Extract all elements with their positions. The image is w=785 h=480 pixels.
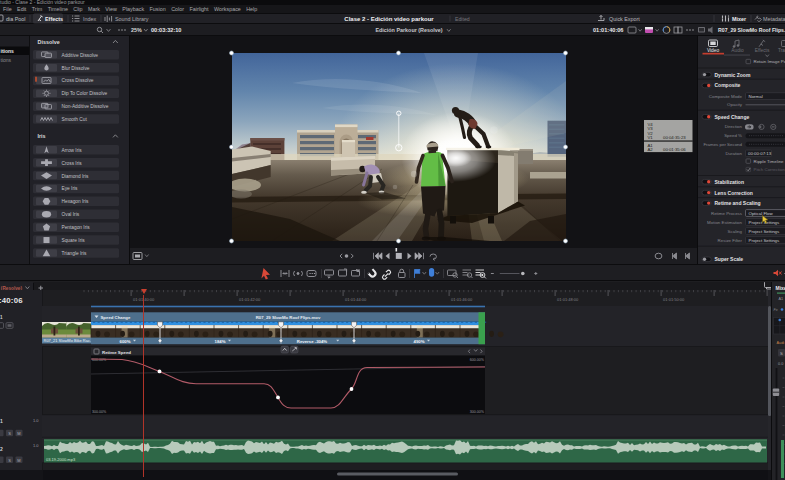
svg-text:Eye Iris: Eye Iris xyxy=(62,186,79,191)
svg-text:600%: 600% xyxy=(120,339,131,344)
svg-text:25%: 25% xyxy=(131,27,142,33)
svg-text:Transi: Transi xyxy=(778,48,785,53)
svg-text:Clase 2 - Edición video parkou: Clase 2 - Edición video parkour xyxy=(344,16,434,22)
svg-text:Hexagon Iris: Hexagon Iris xyxy=(62,199,90,204)
svg-text:Frames per Second: Frames per Second xyxy=(703,142,742,147)
svg-text:01:01:40:06: 01:01:40:06 xyxy=(593,27,623,33)
svg-text:1: 1 xyxy=(0,418,3,424)
svg-text:01:01:48:00: 01:01:48:00 xyxy=(557,297,579,302)
svg-text:Optical Flow: Optical Flow xyxy=(749,211,774,216)
svg-text:Additive Dissolve: Additive Dissolve xyxy=(62,53,99,58)
svg-text:490%: 490% xyxy=(414,339,425,344)
svg-text:Quick Export: Quick Export xyxy=(609,16,640,22)
svg-text:Scaling: Scaling xyxy=(728,229,743,234)
svg-text:A1: A1 xyxy=(779,297,784,301)
svg-text:V1: V1 xyxy=(648,135,654,140)
svg-text:Oval Iris: Oval Iris xyxy=(62,212,80,217)
svg-text:Lens Correction: Lens Correction xyxy=(715,190,753,196)
svg-text:03.19-2000.mp3: 03.19-2000.mp3 xyxy=(46,457,76,462)
svg-text:Retime Process: Retime Process xyxy=(711,211,743,216)
svg-text:Effects: Effects xyxy=(755,48,770,53)
svg-text:Video: Video xyxy=(707,48,720,53)
svg-text:Cross Iris: Cross Iris xyxy=(62,161,83,166)
svg-text:Iris: Iris xyxy=(38,133,46,139)
svg-text:Project Settings: Project Settings xyxy=(749,238,781,243)
svg-text:R07_29 SlowMo Roof Flips.mo: R07_29 SlowMo Roof Flips.mo xyxy=(718,27,785,33)
svg-text:Audi: Audi xyxy=(777,341,785,345)
svg-text:01:01:46:00: 01:01:46:00 xyxy=(451,297,473,302)
svg-text:Index: Index xyxy=(83,16,96,22)
svg-text:01:01:42:00: 01:01:42:00 xyxy=(239,297,261,302)
svg-text:00:04:35:23: 00:04:35:23 xyxy=(663,135,686,140)
svg-text:Sound Library: Sound Library xyxy=(115,16,149,22)
svg-text:Mixer: Mixer xyxy=(732,16,747,22)
svg-text:01:01:44:00: 01:01:44:00 xyxy=(345,297,367,302)
svg-text:Effects: Effects xyxy=(45,16,63,22)
svg-text:00:00:07:13: 00:00:07:13 xyxy=(748,151,772,156)
svg-text:Retime Speed: Retime Speed xyxy=(102,350,131,355)
svg-text:Normal: Normal xyxy=(749,94,763,99)
svg-text:S: S xyxy=(8,431,11,436)
svg-text:Ripple Timeline: Ripple Timeline xyxy=(754,159,785,164)
svg-text:00:03:32:10: 00:03:32:10 xyxy=(151,27,181,33)
svg-text:300.00%: 300.00% xyxy=(92,410,107,414)
svg-text:itions: itions xyxy=(1,48,15,54)
svg-text:600.00%: 600.00% xyxy=(92,358,107,362)
svg-text:Edited: Edited xyxy=(455,16,470,22)
svg-text:184%: 184% xyxy=(215,339,226,344)
svg-text:Retain Image Positi: Retain Image Positi xyxy=(754,59,785,64)
svg-text:Dynamic Zoom: Dynamic Zoom xyxy=(715,72,751,78)
svg-text:01:01:50:00: 01:01:50:00 xyxy=(663,297,685,302)
svg-text:Audio: Audio xyxy=(731,48,744,53)
svg-text:Square Iris: Square Iris xyxy=(62,238,86,243)
svg-text:Stabilization: Stabilization xyxy=(715,179,744,185)
svg-text:1.0: 1.0 xyxy=(33,443,39,448)
svg-text:R07_21 SlowMo Bike Rac...: R07_21 SlowMo Bike Rac... xyxy=(44,338,94,343)
svg-text:S: S xyxy=(8,458,11,463)
svg-text:2: 2 xyxy=(0,446,3,452)
svg-text:Direction: Direction xyxy=(725,124,743,129)
svg-text:Fx: Fx xyxy=(774,308,779,312)
svg-text:Composite Mode: Composite Mode xyxy=(709,94,743,99)
svg-text:Dip To Color Dissolve: Dip To Color Dissolve xyxy=(62,91,108,96)
svg-text:Smooth Cut: Smooth Cut xyxy=(62,117,88,122)
svg-text:dia Pool: dia Pool xyxy=(6,16,25,22)
svg-text:Arrow Iris: Arrow Iris xyxy=(62,148,83,153)
svg-text:Pitch Correction: Pitch Correction xyxy=(754,167,785,172)
svg-text:300.00%: 300.00% xyxy=(470,410,485,414)
svg-text:600.00%: 600.00% xyxy=(470,358,485,362)
svg-text:Retime and Scaling: Retime and Scaling xyxy=(715,200,761,206)
svg-text:Project Settings: Project Settings xyxy=(749,229,781,234)
svg-text:0.0: 0.0 xyxy=(778,362,783,366)
svg-text:A2: A2 xyxy=(648,147,654,152)
svg-text:Speed Change: Speed Change xyxy=(101,315,131,320)
svg-text:Pentagon Iris: Pentagon Iris xyxy=(62,225,91,230)
svg-text:Super Scale: Super Scale xyxy=(715,256,744,262)
svg-text:Blur Dissolve: Blur Dissolve xyxy=(62,66,90,71)
svg-text:S: S xyxy=(780,351,783,356)
svg-text:tions: tions xyxy=(1,57,12,63)
svg-text:Dissolve: Dissolve xyxy=(38,39,60,45)
svg-text:Resize Filter: Resize Filter xyxy=(718,238,743,243)
svg-text:Composite: Composite xyxy=(715,82,741,88)
svg-text:Edición Parkour (Resolve): Edición Parkour (Resolve) xyxy=(375,27,442,33)
svg-text:Duration: Duration xyxy=(725,151,742,156)
svg-text:M: M xyxy=(17,431,20,436)
svg-text:Diamond Iris: Diamond Iris xyxy=(62,174,90,179)
svg-text:Mixe: Mixe xyxy=(776,285,785,291)
svg-text:Reverse -304%: Reverse -304% xyxy=(297,339,328,344)
svg-text:M: M xyxy=(17,458,20,463)
svg-text:Opacity: Opacity xyxy=(727,102,743,107)
svg-text:R07_29 SlowMo Roof Flips.mov: R07_29 SlowMo Roof Flips.mov xyxy=(256,315,321,320)
svg-text:Speed Change: Speed Change xyxy=(715,114,750,120)
svg-text::40:06: :40:06 xyxy=(0,296,23,305)
svg-text:Speed %: Speed % xyxy=(724,133,742,138)
svg-text:Cross Dissolve: Cross Dissolve xyxy=(62,78,94,83)
svg-text:00:01:35:06: 00:01:35:06 xyxy=(663,147,686,152)
svg-text:Metadata: Metadata xyxy=(763,16,785,22)
svg-text:Non-Additive Dissolve: Non-Additive Dissolve xyxy=(62,104,109,109)
svg-text:1.0: 1.0 xyxy=(33,418,39,423)
svg-text:Motion Estimation: Motion Estimation xyxy=(707,220,742,225)
svg-text:Triangle Iris: Triangle Iris xyxy=(62,251,87,256)
